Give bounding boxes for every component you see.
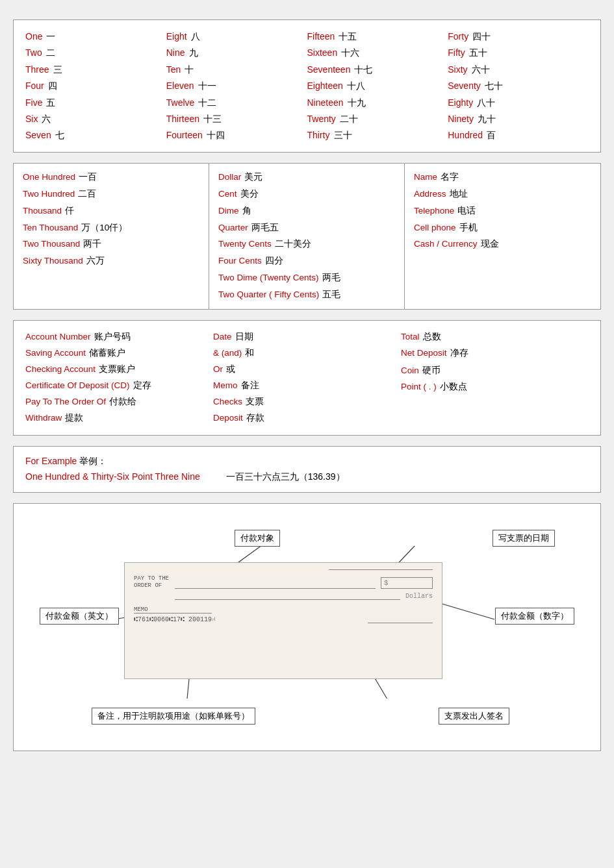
bank-chinese: 支票账户	[99, 362, 135, 377]
num-row: Eleven十一	[166, 79, 307, 93]
bank-chinese: 总数	[423, 330, 441, 345]
num-chinese: 十七	[354, 62, 372, 77]
bank-english: Or	[213, 362, 223, 377]
vocab-row: Dollar美元	[218, 170, 395, 185]
numbers-col-2: Eight八Nine九Ten十Eleven十一Twelve十二Thirteen十…	[166, 29, 307, 143]
v-chinese: 美元	[244, 170, 262, 185]
money-col-3: Name名字Address地址Telephone电话Cell phone手机Ca…	[405, 164, 600, 310]
vocab-row: Cell phone手机	[414, 221, 591, 236]
num-chinese: 四十	[472, 29, 491, 43]
vocab-row: Four Cents四分	[218, 254, 395, 269]
num-english: Eight	[166, 29, 187, 43]
num-chinese: 十三	[203, 112, 222, 126]
num-row: Six六	[25, 112, 166, 126]
page-container: One一Two二Three三Four四Five五Six六Seven七 Eight…	[13, 19, 601, 751]
check-memo-area: MEMO ⑆761⑆0060⑆17⑆ 200119⑁	[134, 606, 216, 623]
bank-row: Deposit存款	[213, 411, 401, 426]
v-english: Cash / Currency	[414, 237, 478, 252]
num-english: Two	[25, 45, 42, 60]
bank-row: Checking Account支票账户	[25, 362, 213, 377]
bank-chinese: 小数点	[440, 380, 467, 395]
v-chinese: 角	[242, 204, 251, 219]
numbers-col-3: Fifteen十五Sixteen十六Seventeen十七Eighteen十八N…	[307, 29, 448, 143]
bank-english: Account Number	[25, 330, 91, 345]
v-english: Name	[414, 170, 437, 185]
num-chinese: 五	[46, 95, 55, 110]
num-row: Thirteen十三	[166, 112, 307, 126]
bank-row: Saving Account储蓄账户	[25, 346, 213, 361]
bank-chinese: 付款给	[109, 395, 136, 410]
v-chinese: 一百	[79, 170, 97, 185]
example-title: For Example 举例：	[25, 456, 589, 467]
num-english: Ninety	[448, 112, 474, 126]
vocab-row: Cent美分	[218, 187, 395, 202]
num-row: Four四	[25, 79, 166, 93]
bank-chinese: 定存	[133, 378, 151, 393]
vocab-row: Ten Thousand万（10仟）	[23, 221, 199, 236]
v-english: Two Quarter ( Fifty Cents)	[218, 288, 319, 303]
v-chinese: 美分	[240, 187, 259, 202]
annotation-memo: 备注，用于注明款项用途（如账单账号）	[92, 708, 255, 725]
vocab-row: Quarter两毛五	[218, 221, 395, 236]
bank-english: Pay To The Order Of	[25, 395, 106, 410]
num-english: Seventy	[448, 79, 481, 93]
v-chinese: 五毛	[322, 288, 340, 303]
banking-col-1: Account Number账户号码Saving Account储蓄账户Chec…	[25, 330, 213, 426]
num-row: Thirty三十	[307, 128, 448, 142]
vocab-row: Name名字	[414, 170, 591, 185]
v-english: One Hundred	[23, 170, 75, 185]
banking-col-3: Total总数Net Deposit净存Coin硬币Point ( . )小数点	[401, 330, 589, 426]
vocab-row: Address地址	[414, 187, 591, 202]
num-chinese: 十八	[347, 79, 365, 93]
bank-row: Total总数	[401, 330, 589, 345]
num-row: Ten十	[166, 62, 307, 77]
bank-row: Coin硬币	[401, 364, 589, 378]
num-english: Hundred	[448, 128, 483, 142]
num-chinese: 四	[48, 79, 57, 93]
v-english: Quarter	[218, 221, 248, 236]
num-chinese: 九	[189, 45, 198, 60]
bank-chinese: 硬币	[422, 364, 441, 378]
annotation-date: 写支票的日期	[492, 530, 555, 547]
annotation-pay-target: 付款对象	[235, 530, 280, 547]
example-box: For Example 举例： One Hundred & Thirty-Six…	[13, 446, 601, 493]
vocab-row: One Hundred一百	[23, 170, 199, 185]
bank-chinese: 备注	[241, 378, 259, 393]
num-english: Seven	[25, 128, 51, 142]
bank-english: Date	[213, 330, 232, 345]
v-chinese: 现金	[481, 237, 499, 252]
bank-chinese: 支票	[246, 395, 264, 410]
bank-english: & (and)	[213, 346, 242, 361]
vocab-row: Two Thousand两千	[23, 237, 199, 252]
v-english: Four Cents	[218, 254, 262, 269]
bank-english: Total	[401, 330, 420, 345]
vocab-row: Dime角	[218, 204, 395, 219]
num-row: Eight八	[166, 29, 307, 43]
num-row: Twenty二十	[307, 112, 448, 126]
check-memo-line	[134, 613, 212, 614]
vocab-row: Two Quarter ( Fifty Cents)五毛	[218, 288, 395, 303]
check-memo-label: MEMO	[134, 606, 216, 613]
banking-grid: Account Number账户号码Saving Account储蓄账户Chec…	[25, 330, 589, 426]
bank-row: Point ( . )小数点	[401, 380, 589, 395]
check-dollars-underline	[175, 599, 400, 600]
v-chinese: 万（10仟）	[81, 221, 127, 236]
numbers-col-4: Forty四十Fifty五十Sixty六十Seventy七十Eighty八十Ni…	[448, 29, 589, 143]
num-row: Two二	[25, 45, 166, 60]
num-row: Seventeen十七	[307, 62, 448, 77]
v-chinese: 两毛五	[251, 221, 279, 236]
v-english: Cell phone	[414, 221, 456, 236]
check-routing: ⑆761⑆0060⑆17⑆ 200119⑁	[134, 616, 216, 623]
v-english: Twenty Cents	[218, 237, 272, 252]
v-chinese: 两千	[83, 237, 101, 252]
num-row: Nine九	[166, 45, 307, 60]
num-english: Nineteen	[307, 95, 344, 110]
v-english: Telephone	[414, 204, 454, 219]
num-row: One一	[25, 29, 166, 43]
num-row: Fourteen十四	[166, 128, 307, 142]
vocab-row: Thousand仟	[23, 204, 199, 219]
num-row: Three三	[25, 62, 166, 77]
num-row: Fifty五十	[448, 45, 589, 60]
bank-english: Certificate Of Deposit (CD)	[25, 378, 130, 393]
num-english: Four	[25, 79, 44, 93]
